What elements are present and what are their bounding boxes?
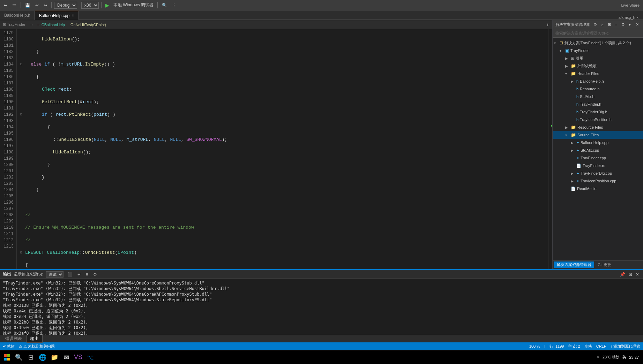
se-item-balloon-h[interactable]: ▶ h BalloonHelp.h <box>553 77 643 85</box>
ln-1200: 1200 <box>0 162 14 168</box>
bottom-tab-error-list[interactable]: 错误列表 <box>1 335 26 343</box>
solution-explorer-title: 解决方案资源管理器 <box>555 22 590 27</box>
svg-rect-2 <box>4 358 7 361</box>
tab-balloon-cpp[interactable]: BalloonHelp.cpp ✕ <box>35 11 79 20</box>
se-item-header-files[interactable]: ▾ 📁 Header Files <box>553 70 643 77</box>
stdafx-h-icon: h <box>576 95 578 99</box>
code-editor[interactable]: 1179 1180 1181 1182 1183 1184 1185 1186 … <box>0 29 552 269</box>
toolbar-redo-btn[interactable]: ↪ <box>42 2 49 8</box>
trayfinder-h-icon: h <box>576 103 578 106</box>
taskbar-edge-btn[interactable]: 🌐 <box>37 352 48 363</box>
afxmsg-tab[interactable]: afxmsg_h <box>619 15 635 20</box>
rp-tab-git[interactable]: Git 更改 <box>595 261 614 268</box>
gutter-mark-1 <box>551 125 552 127</box>
resource-h-label: Resource.h <box>580 87 599 91</box>
se-item-trayfinderDlg-cpp[interactable]: ▶ ✦ TrayFinderDlg.cpp <box>553 169 643 177</box>
se-item-trayfinder-rc[interactable]: 📄 TrayFinder.rc <box>553 162 643 169</box>
taskbar-start-btn[interactable] <box>1 352 13 363</box>
se-item-trayfinder-cpp[interactable]: ✦ TrayFinder.cpp <box>553 154 643 162</box>
se-settings-btn[interactable]: ⚙ <box>620 22 626 28</box>
output-close-btn[interactable]: ✕ <box>635 272 640 277</box>
status-line: 行: 1199 <box>549 344 564 349</box>
toolbar-undo-btn[interactable]: ↩ <box>33 2 40 8</box>
se-more-btn[interactable]: ▸ <box>627 22 633 28</box>
se-filter-btn[interactable]: ⊞ <box>606 22 612 28</box>
tab-balloon-h[interactable]: BalloonHelp.h <box>0 11 35 20</box>
se-item-resource-h[interactable]: h Resource.h <box>553 85 643 93</box>
ln-1193: 1193 <box>0 118 14 124</box>
taskbar-mail-btn[interactable]: ✉ <box>61 352 72 363</box>
se-solution-root[interactable]: ▾ ⊟ 解决方案'TrayFinder'(1 个项目, 共 2 个) <box>553 39 643 47</box>
code-content[interactable]: HideBalloon(); } ⊟else if ( !m_strURL.Is… <box>17 29 548 269</box>
code-line-1195: // <box>20 237 548 243</box>
bottom-tab-output[interactable]: 输出 <box>27 335 43 343</box>
bottom-tabs: 错误列表 输出 <box>0 335 643 342</box>
taskbar-explorer-btn[interactable]: 📁 <box>49 352 60 363</box>
taskbar-vscode-btn[interactable]: ⌥ <box>84 352 96 363</box>
output-line-1: "TrayFinder.exe" (Win32): 已卸载 "C:\Window… <box>3 280 640 286</box>
se-item-trayicon-h[interactable]: h TrayIconPosition.h <box>553 116 643 123</box>
method-nav[interactable]: OnNcHitTest(CPoint) <box>70 23 106 27</box>
status-ready-icon: ✔ <box>3 344 6 348</box>
output-source-select[interactable]: 调试 <box>46 271 63 278</box>
code-line-1188: HideBalloon(); <box>20 149 548 156</box>
se-item-readme[interactable]: 📄 ReadMe.txt <box>553 185 643 192</box>
se-item-trayicon-cpp[interactable]: ▶ ✦ TrayIconPosition.cpp <box>553 177 643 185</box>
ln-1183: 1183 <box>0 55 14 61</box>
output-pin-btn[interactable]: 📌 <box>619 272 626 277</box>
se-item-trayfinderDlg-h[interactable]: h TrayFinderDlg.h <box>553 108 643 116</box>
se-collapse-btn[interactable]: − <box>613 22 619 28</box>
se-item-source-files[interactable]: ▾ 📁 Source Files <box>553 131 643 139</box>
trayfinder-rc-label: TrayFinder.rc <box>583 164 605 168</box>
se-item-resource-files[interactable]: ▶ 📁 Resource Files <box>553 123 643 131</box>
solution-explorer-panel: 解决方案资源管理器 ⟳ ⌂ ⊞ − ⚙ ▸ ✕ 搜索解决方案资源管理器(Ctrl… <box>552 20 643 269</box>
status-add-sc[interactable]: ↑ 添加到源代码管 <box>610 344 640 349</box>
toolbar-search-btn[interactable]: 🔍 <box>160 2 169 8</box>
toolbar-forward-btn[interactable]: ⮕ <box>10 2 18 8</box>
balloon-h-label: BalloonHelp.h <box>580 79 604 83</box>
ln-1208: 1208 <box>0 212 14 218</box>
se-project-trayfinder[interactable]: ▾ ▣ TrayFinder <box>553 47 643 54</box>
taskbar-taskview-btn[interactable]: ⊟ <box>25 352 36 363</box>
top-toolbar: ⬅ ⮕ 💾 ↩ ↪ Debug x86 ▶ 本地 Windows 调试器 🔍 ⋮… <box>0 0 643 10</box>
output-detach-btn[interactable]: ⊡ <box>628 272 633 277</box>
se-sync-btn[interactable]: ⟳ <box>592 22 598 28</box>
resource-files-icon: 📁 <box>571 125 576 130</box>
output-settings-btn[interactable]: ⚙ <box>92 272 98 277</box>
output-clear-btn[interactable]: ⬛ <box>66 272 74 277</box>
ext-dep-icon: 📁 <box>571 63 576 68</box>
code-nav-expand[interactable]: + <box>545 21 551 28</box>
taskbar-weather: ☀ <box>596 355 600 359</box>
se-item-ref[interactable]: ▶ ⊞ 引用 <box>553 54 643 62</box>
taskbar-vs-btn[interactable]: VS <box>73 352 84 363</box>
source-files-label: Source Files <box>577 133 599 137</box>
toolbar-back-btn[interactable]: ⬅ <box>2 2 9 8</box>
balloon-cpp-icon: ✦ <box>576 141 579 145</box>
se-item-stdafx-h[interactable]: h StdAfx.h <box>553 93 643 100</box>
se-item-stdafx-cpp[interactable]: ▶ ✦ StdAfx.cpp <box>553 146 643 154</box>
output-wrap-btn[interactable]: ↵ <box>76 272 82 277</box>
se-item-ext-dep[interactable]: ▶ 📁 外部依赖项 <box>553 62 643 70</box>
output-find-btn[interactable]: ≡ <box>85 272 89 277</box>
platform-select[interactable]: x86 <box>81 2 99 9</box>
debug-config-select[interactable]: Debug <box>54 2 77 9</box>
se-item-balloon-cpp[interactable]: ▶ ✦ BalloonHelp.cpp <box>553 139 643 146</box>
status-warning-text: ⚠ 未找到相关问题 <box>23 344 55 348</box>
rp-tab-se[interactable]: 解决方案资源管理器 <box>554 261 594 268</box>
se-close-btn[interactable]: ✕ <box>634 22 640 28</box>
toolbar-more-btn[interactable]: ⋮ <box>170 2 178 8</box>
run-debugger-btn[interactable]: ▶ <box>104 2 111 8</box>
ln-1191: 1191 <box>0 105 14 112</box>
stdafx-cpp-label: StdAfx.cpp <box>581 148 599 152</box>
status-ready: ✔ 就绪 <box>3 344 15 349</box>
tab-close-balloon-cpp[interactable]: ✕ <box>72 14 74 17</box>
toolbar-save-btn[interactable]: 💾 <box>23 2 32 8</box>
status-bar: ✔ 就绪 ⚠ ⚠ 未找到相关问题 100 % | 行: 1199 字节: 2 空… <box>0 342 643 350</box>
se-item-trayfinder-h[interactable]: h TrayFinder.h <box>553 100 643 108</box>
class-nav[interactable]: → CBalloonHelp <box>37 23 65 27</box>
taskbar-search-btn[interactable]: 🔍 <box>13 352 24 363</box>
output-content[interactable]: "TrayFinder.exe" (Win32): 已卸载 "C:\Window… <box>0 279 643 335</box>
trayfinder-nav: ⊞ TrayFinder <box>1 22 27 27</box>
status-warning[interactable]: ⚠ ⚠ 未找到相关问题 <box>19 344 55 349</box>
se-home-btn[interactable]: ⌂ <box>599 22 605 28</box>
